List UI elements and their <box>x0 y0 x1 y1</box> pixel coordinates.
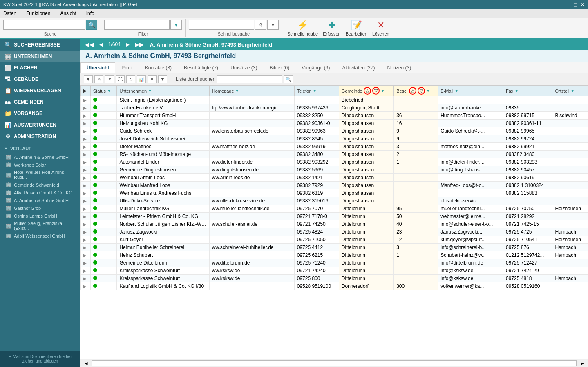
sidebar-item-vorgaenge[interactable]: 📁 VORGÄNGE <box>0 108 80 119</box>
tab-beschaeftigte[interactable]: Beschäftigte (7) <box>178 62 224 73</box>
table-row[interactable]: ▶Stein, Ingrid (Existenzgründer)Biebelri… <box>81 96 588 104</box>
bearbeiten-button[interactable]: 📝 Bearbeiten <box>344 18 369 38</box>
tab-kontakte[interactable]: Kontakte (3) <box>139 62 178 73</box>
table-row[interactable]: ▶Kurt Geyer09725 71050Dittelbrunn12kurt.… <box>81 236 588 244</box>
data-table-container[interactable]: ▶ Status ▼ Unternehmen ▼ <box>80 85 588 359</box>
tab-umsaetze[interactable]: Umsätze (3) <box>224 62 263 73</box>
table-row[interactable]: ▶Helmut Buhlheller Schreinereiww.schrein… <box>81 244 588 251</box>
verlauf-item-8[interactable]: 🏢 Müller-Seelig, Franziska (Exist... <box>0 220 80 232</box>
col-header-unternehmen[interactable]: Unternehmen ▼ <box>117 86 209 96</box>
sidebar-item-unternehmen[interactable]: 🏢 UNTERNEHMEN <box>0 51 80 62</box>
col-gemeinde-sort-asc[interactable]: △ <box>364 87 371 95</box>
nav-next-button[interactable]: ► <box>124 41 132 48</box>
sidebar-item-suchergebnisse[interactable]: 🔍 SUCHERGEBNISSE <box>0 39 80 51</box>
sidebar-item-flaechen[interactable]: ⬜ FLÄCHEN <box>0 62 80 73</box>
row-expand[interactable]: ▶ <box>83 113 87 118</box>
tab-profil[interactable]: Profil <box>115 62 139 73</box>
tab-aktivitaeten[interactable]: Aktivitäten (27) <box>336 62 381 73</box>
table-toolbar-btn-5[interactable]: 📊 <box>137 75 146 83</box>
table-row[interactable]: ▶Gemeinde Dittelbrunnww.dittelbrunn.de09… <box>81 259 588 267</box>
col-header-homepage[interactable]: Homepage ▼ <box>209 86 294 96</box>
col-header-telefon[interactable]: Telefon ▼ <box>294 86 339 96</box>
table-toolbar-btn-2[interactable]: ✕ <box>105 75 114 83</box>
menu-ansicht[interactable]: Ansicht <box>58 10 78 17</box>
row-expand[interactable]: ▶ <box>83 129 87 133</box>
col-beschaeftigte-filter[interactable]: ▼ <box>426 89 430 93</box>
col-ortsteil-filter[interactable]: ▼ <box>570 89 575 93</box>
row-expand[interactable]: ▶ <box>83 137 87 141</box>
verlauf-item-0[interactable]: 🏢 A. Amrhein & Söhne GmbH <box>0 153 80 161</box>
col-header-fax[interactable]: Fax ▼ <box>503 86 552 96</box>
scroll-left-btn[interactable]: ◄ <box>84 360 89 366</box>
verlauf-item-2[interactable]: 🏢 Hotel Weißes Roß Alfons Rudl... <box>0 169 80 181</box>
verlauf-item-3[interactable]: 🏢 Gemeinde Schwanfeld <box>0 181 80 189</box>
row-expand[interactable]: ▶ <box>83 269 87 273</box>
table-row[interactable]: ▶Autohandel Linderww.dieter-linder.de093… <box>81 158 588 166</box>
row-expand[interactable]: ▶ <box>83 199 87 203</box>
filter-input[interactable] <box>104 20 170 30</box>
row-expand[interactable]: ▶ <box>83 191 87 196</box>
row-expand[interactable]: ▶ <box>83 276 87 281</box>
row-expand[interactable]: ▶ <box>83 98 87 102</box>
table-row[interactable]: ▶Heizungsbau Kohl KG09382 90361-0Dingols… <box>81 120 588 127</box>
sidebar-item-wiedervorlagen[interactable]: 📋 WIEDERVORLAGEN <box>0 85 80 96</box>
table-toolbar-btn-6[interactable]: ≡ <box>148 75 157 83</box>
col-header-status[interactable]: Status ▼ <box>90 86 117 96</box>
nav-first-button[interactable]: ◀◀ <box>84 41 95 48</box>
table-row[interactable]: ▶Weinbau Manfred Loos09382 7929Dingolsha… <box>81 182 588 189</box>
row-expand[interactable]: ▶ <box>83 214 87 219</box>
row-expand[interactable]: ▶ <box>83 176 87 180</box>
col-beschaeftigte-sort-asc[interactable]: △ <box>409 87 416 95</box>
row-expand[interactable]: ▶ <box>83 222 87 227</box>
row-expand[interactable]: ▶ <box>83 121 87 126</box>
search-input[interactable] <box>3 20 85 30</box>
search-button[interactable]: 🔍 <box>86 20 97 30</box>
col-gemeinde-filter[interactable]: ▼ <box>381 89 385 93</box>
schnellausgabe-dropdown[interactable]: ▼ <box>267 20 279 30</box>
nav-prev-button[interactable]: ◄ <box>97 41 105 48</box>
verlauf-item-5[interactable]: 🏢 A. Amrhein & Söhne GmbH <box>0 196 80 204</box>
horizontal-scrollbar[interactable] <box>92 360 577 366</box>
tab-uebersicht[interactable]: Übersicht <box>80 62 115 73</box>
col-header-gemeinde[interactable]: Gemeinde △ ▽ ▼ <box>339 86 393 96</box>
col-unternehmen-filter[interactable]: ▼ <box>148 89 152 93</box>
table-row[interactable]: ▶Kreissparkasse Schweinfurtww.ksksw.de09… <box>81 275 588 282</box>
table-row[interactable]: ▶RS- Küchen- und Möbelmontage09382 3480D… <box>81 151 588 158</box>
table-toolbar-btn-0[interactable]: ▼ <box>84 75 93 83</box>
table-row[interactable]: ▶Tauber-Franken e.V.ttp://www.tauber-fra… <box>81 104 588 112</box>
sidebar-item-auswertungen[interactable]: 📊 AUSWERTUNGEN <box>0 119 80 131</box>
verlauf-item-6[interactable]: 🏢 Gasthof Grob <box>0 204 80 212</box>
verlauf-item-1[interactable]: 🏢 Workshop Solar <box>0 161 80 169</box>
verlauf-item-9[interactable]: 🏢 Adolf Weissenseel GmbH <box>0 232 80 240</box>
table-row[interactable]: ▶Norbert Schuler Jürgen Eisner Kfz.-Werk… <box>81 220 588 228</box>
table-row[interactable]: ▶Ullis-Deko-Serviceww.ullis-deko-service… <box>81 197 588 205</box>
row-expand[interactable]: ▶ <box>83 207 87 211</box>
table-row[interactable]: ▶Guido Schreckww.fensterbau.schreck.de09… <box>81 127 588 135</box>
row-expand[interactable]: ▶ <box>83 106 87 110</box>
tab-notizen[interactable]: Notizen (3) <box>381 62 418 73</box>
table-row[interactable]: ▶Hümmer Transport GmbH09382 8250Dingolsh… <box>81 112 588 120</box>
table-row[interactable]: ▶Kaufland Logistik GmbH & Co. KG I/80095… <box>81 282 588 290</box>
schnellausgabe-button[interactable]: 🖨 <box>255 20 266 30</box>
verlauf-header[interactable]: ▼ VERLAUF <box>0 144 80 153</box>
row-expand[interactable]: ▶ <box>83 145 87 149</box>
table-row[interactable]: ▶Weinbau Armin Loosww.armin-loos.de09382… <box>81 174 588 182</box>
col-header-email[interactable]: E-Mail ▼ <box>438 86 503 96</box>
tab-bilder[interactable]: Bilder (0) <box>263 62 295 73</box>
row-expand[interactable]: ▶ <box>83 284 87 289</box>
sidebar-item-gemeinden[interactable]: 🏘 GEMEINDEN <box>0 96 80 108</box>
sidebar-item-administration[interactable]: ⚙ ADMINISTRATION <box>0 131 80 142</box>
filter-button[interactable]: ▼ <box>170 20 182 30</box>
col-status-filter[interactable]: ▼ <box>107 89 111 93</box>
col-email-filter[interactable]: ▼ <box>454 89 458 93</box>
nav-last-button[interactable]: ▶▶ <box>134 41 145 48</box>
col-homepage-filter[interactable]: ▼ <box>235 89 239 93</box>
table-row[interactable]: ▶Dieter Matthesww.matthes-holz.de09382 9… <box>81 143 588 151</box>
schnelleingabe-button[interactable]: ⚡ Schnelleingabe <box>286 18 320 38</box>
col-header-ortsteil[interactable]: Ortsteil ▼ <box>552 86 588 96</box>
erfassen-button[interactable]: ✚ Erfassen <box>321 18 342 38</box>
tab-vorgaenge[interactable]: Vorgänge (9) <box>295 62 336 73</box>
scroll-right-btn[interactable]: ► <box>580 360 585 366</box>
verlauf-item-7[interactable]: 🏢 Oshino Lamps GmbH <box>0 212 80 220</box>
row-expand[interactable]: ▶ <box>83 245 87 250</box>
